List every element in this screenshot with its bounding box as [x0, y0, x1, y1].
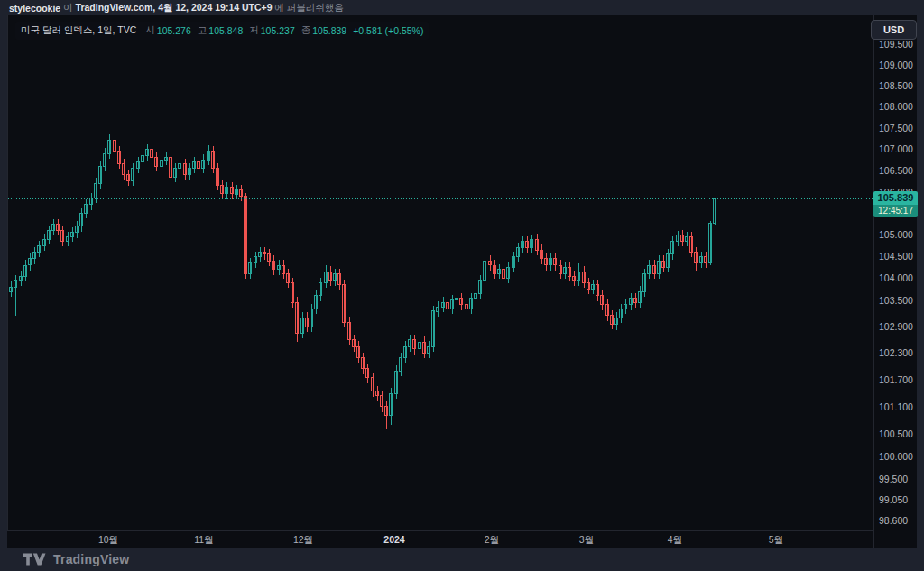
- price-axis-label: 104.000: [879, 272, 913, 283]
- close-label: 종: [301, 24, 311, 37]
- time-axis-label: 2월: [485, 534, 499, 547]
- high-value: 105.848: [208, 25, 243, 36]
- price-axis-label: 102.900: [879, 321, 913, 332]
- close-value: 105.839: [312, 25, 346, 36]
- price-axis-label: 109.000: [879, 60, 913, 70]
- price-axis-label: 100.500: [879, 428, 913, 439]
- last-price-label: 105.839: [873, 191, 918, 205]
- low-label: 저: [249, 24, 259, 37]
- price-axis-label: 98.600: [879, 515, 908, 526]
- tradingview-snapshot: { "attribution": { "user": "stylecookie"…: [0, 0, 924, 571]
- time-axis[interactable]: 9월10월11월12월20242월3월4월5월: [7, 530, 873, 548]
- symbol-title[interactable]: 미국 달러 인덱스, 1일, TVC: [21, 24, 136, 37]
- price-axis-label: 107.000: [879, 143, 913, 154]
- chart-legend: 미국 달러 인덱스, 1일, TVC 시 105.276 고 105.848 저…: [15, 22, 429, 40]
- price-axis[interactable]: 98.60099.05099.500100.000100.500101.1001…: [873, 15, 917, 548]
- high-label: 고: [198, 24, 208, 37]
- publish-site-date: TradingView.com, 4월 12, 2024 19:14 UTC+9: [76, 2, 273, 14]
- attribution-suffix: 에 퍼블리쉬했음: [273, 2, 344, 14]
- tradingview-logo-icon[interactable]: [23, 552, 46, 566]
- price-axis-label: 100.000: [879, 451, 913, 462]
- price-axis-label: 108.500: [879, 80, 913, 91]
- price-axis-label: 101.700: [879, 374, 913, 385]
- price-axis-label: 108.000: [879, 101, 913, 112]
- currency-toggle-button[interactable]: USD: [871, 20, 917, 40]
- chart-pane[interactable]: 미국 달러 인덱스, 1일, TVC 시 105.276 고 105.848 저…: [7, 15, 873, 530]
- candlestick-chart[interactable]: [8, 15, 873, 530]
- footer-brand-text[interactable]: TradingView: [53, 552, 129, 566]
- time-axis-label: 11월: [194, 534, 213, 547]
- price-axis-label: 109.500: [879, 39, 913, 50]
- last-price-badge: 105.839 12:45:17: [873, 191, 918, 217]
- price-axis-label: 101.100: [879, 401, 913, 412]
- price-axis-label: 99.500: [879, 474, 908, 484]
- price-axis-label: 104.500: [879, 251, 913, 262]
- time-axis-label: 4월: [668, 534, 682, 547]
- price-axis-label: 106.500: [879, 165, 913, 176]
- footer-bar: TradingView: [0, 548, 924, 571]
- time-axis-label: 2024: [383, 534, 404, 545]
- time-axis-label: 10월: [98, 534, 118, 547]
- open-value: 105.276: [157, 25, 191, 36]
- open-label: 시: [145, 24, 155, 37]
- time-axis-label: 5월: [769, 534, 783, 547]
- low-value: 105.237: [261, 25, 295, 36]
- publisher-username: stylecookie: [9, 3, 60, 14]
- bar-countdown: 12:45:17: [873, 205, 918, 217]
- time-axis-label: 12월: [293, 534, 313, 547]
- time-axis-label: 3월: [579, 534, 594, 547]
- price-axis-label: 102.300: [879, 347, 913, 358]
- price-axis-label: 107.500: [879, 123, 913, 134]
- attribution-bar: stylecookie 이 TradingView.com, 4월 12, 20…: [0, 0, 924, 15]
- price-axis-label: 99.050: [879, 494, 908, 505]
- change-value: +0.581 (+0.55%): [353, 25, 423, 36]
- price-axis-label: 103.500: [879, 295, 913, 306]
- attribution-connector: 이: [60, 2, 75, 14]
- price-axis-label: 105.000: [879, 229, 913, 240]
